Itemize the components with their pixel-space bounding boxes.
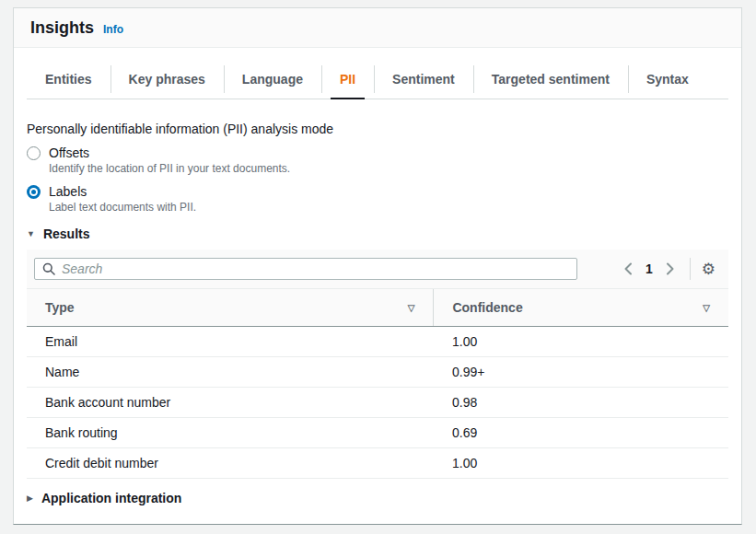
tab-targeted-sentiment[interactable]: Targeted sentiment [473,60,628,99]
tab-key-phrases[interactable]: Key phrases [110,60,224,99]
chevron-left-icon [623,262,633,275]
next-page-button[interactable] [660,259,680,279]
tab-sentiment[interactable]: Sentiment [374,60,473,99]
page-title: Insights [30,18,94,38]
tab-pii[interactable]: PII [321,60,374,99]
results-toolbar: 1 ⚙ [27,250,728,289]
cell-type: Bank routing [27,418,434,448]
cell-type: Bank account number [27,388,434,418]
table-row: Bank account number 0.98 [27,388,728,418]
toolbar-divider [690,258,691,280]
application-integration-expander[interactable]: ▶ Application integration [27,479,728,517]
cell-type: Credit debit number [27,448,434,479]
table-row: Email 1.00 [27,327,728,357]
insights-panel: Insights Info Entities Key phrases Langu… [13,7,742,525]
table-row: Bank routing 0.69 [27,418,728,448]
column-header-type[interactable]: Type ▽ [27,289,434,327]
cell-confidence: 1.00 [434,327,728,357]
current-page-number[interactable]: 1 [642,261,657,276]
radio-labels-description: Label text documents with PII. [49,201,728,214]
column-type-label: Type [45,300,75,315]
chevron-right-icon [666,262,675,275]
caret-right-icon: ▶ [27,494,33,503]
results-title: Results [43,226,90,241]
column-header-confidence[interactable]: Confidence ▽ [434,289,728,327]
cell-confidence: 0.69 [434,418,728,448]
pagination: 1 [618,259,680,279]
pii-mode-label: Personally identifiable information (PII… [27,122,728,136]
radio-offsets-label: Offsets [49,145,89,160]
tab-entities[interactable]: Entities [27,60,110,99]
cell-type: Email [27,327,434,357]
search-box[interactable] [34,258,577,280]
radio-option-offsets[interactable]: Offsets Identify the location of PII in … [27,145,728,175]
radio-labels-icon[interactable] [27,185,41,199]
radio-offsets-icon[interactable] [27,146,41,160]
settings-button[interactable]: ⚙ [700,261,717,277]
search-input[interactable] [62,261,569,276]
radio-option-labels[interactable]: Labels Label text documents with PII. [27,184,728,214]
application-integration-title: Application integration [41,491,181,505]
results-table: Type ▽ Confidence ▽ [27,289,728,479]
results-expander[interactable]: ▼ Results [27,226,728,241]
search-icon [42,262,55,275]
cell-type: Name [27,357,434,388]
table-row: Name 0.99+ [27,357,728,388]
cell-confidence: 1.00 [434,448,728,479]
results-panel: 1 ⚙ Type ▽ [27,250,728,479]
radio-labels-label: Labels [49,184,87,199]
table-row: Credit debit number 1.00 [27,448,728,479]
filter-icon[interactable]: ▽ [703,303,710,313]
gear-icon: ⚙ [702,261,715,278]
radio-offsets-description: Identify the location of PII in your tex… [49,162,728,175]
tab-bar: Entities Key phrases Language PII Sentim… [27,60,728,99]
column-confidence-label: Confidence [452,300,522,315]
cell-confidence: 0.98 [434,388,728,418]
cell-confidence: 0.99+ [434,357,728,388]
tab-language[interactable]: Language [224,60,321,99]
table-header-row: Type ▽ Confidence ▽ [27,289,728,327]
tab-syntax[interactable]: Syntax [628,60,707,99]
caret-down-icon: ▼ [27,230,35,238]
previous-page-button[interactable] [618,259,638,279]
info-link[interactable]: Info [103,23,123,36]
filter-icon[interactable]: ▽ [408,303,415,313]
panel-header: Insights Info [14,8,741,48]
